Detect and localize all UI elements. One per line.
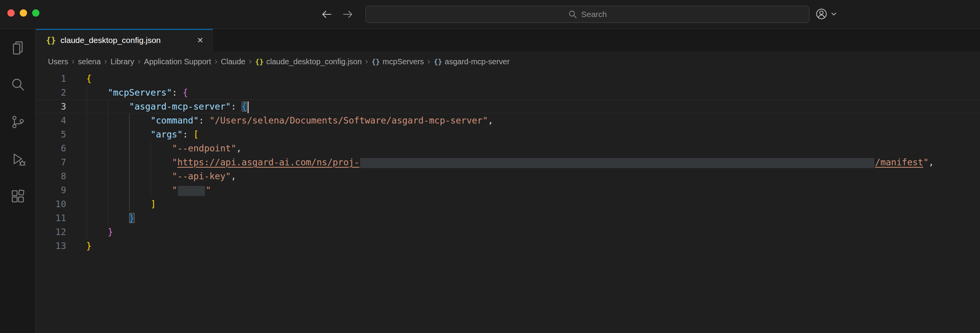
line-number: 5 bbox=[36, 127, 86, 141]
sidebar-item-search[interactable] bbox=[0, 66, 35, 103]
breadcrumb-separator-icon: › bbox=[427, 58, 430, 65]
code-text: "mcpServers": { bbox=[86, 86, 980, 100]
line-number: 4 bbox=[36, 113, 86, 127]
sidebar-item-explorer[interactable] bbox=[0, 29, 35, 66]
code-line[interactable]: 9 "" bbox=[36, 183, 980, 197]
back-button[interactable] bbox=[319, 7, 333, 21]
text-cursor bbox=[248, 101, 249, 113]
tab-claude-desktop-config[interactable]: {} claude_desktop_config.json ✕ bbox=[36, 29, 213, 51]
code-text: "args": [ bbox=[86, 127, 980, 141]
breadcrumb-item[interactable]: {}claude_desktop_config.json bbox=[255, 57, 362, 66]
history-nav bbox=[319, 7, 355, 21]
code-text: "" bbox=[86, 183, 980, 197]
breadcrumb-item[interactable]: {}asgard-mcp-server bbox=[434, 57, 510, 66]
line-number: 7 bbox=[36, 155, 86, 169]
close-tab-icon[interactable]: ✕ bbox=[195, 35, 205, 46]
forward-arrow-icon bbox=[341, 8, 355, 21]
code-text: "https://api.asgard-ai.com/ns/proj-/mani… bbox=[86, 155, 980, 169]
breadcrumb-separator-icon: › bbox=[104, 58, 107, 65]
code-text: "--api-key", bbox=[86, 169, 980, 183]
line-number: 13 bbox=[36, 239, 86, 253]
minimize-window-button[interactable] bbox=[20, 9, 27, 17]
breadcrumb-label: Users bbox=[48, 57, 68, 66]
search-sidebar-icon bbox=[10, 77, 26, 93]
activity-bar bbox=[0, 29, 36, 333]
breadcrumb-label: Claude bbox=[221, 57, 245, 66]
code-line[interactable]: 4 "command": "/Users/selena/Documents/So… bbox=[36, 113, 980, 127]
breadcrumb-separator-icon: › bbox=[249, 58, 251, 65]
line-number: 1 bbox=[36, 72, 86, 86]
vscode-window: Search {} claude_desktop_config.json bbox=[0, 0, 980, 333]
source-control-icon bbox=[10, 114, 26, 130]
line-number: 3 bbox=[36, 100, 86, 113]
json-file-icon: {} bbox=[255, 58, 264, 66]
breadcrumb: Users›selena›Library›Application Support… bbox=[36, 51, 980, 72]
code-text: { bbox=[86, 72, 980, 86]
breadcrumb-label: Application Support bbox=[144, 57, 211, 66]
breadcrumb-item[interactable]: Library bbox=[111, 57, 134, 66]
code-area[interactable]: 1{2 "mcpServers": {3 "asgard-mcp-server"… bbox=[36, 72, 980, 333]
editor-group: {} claude_desktop_config.json ✕ Users›se… bbox=[36, 29, 980, 333]
breadcrumb-item[interactable]: Application Support bbox=[144, 57, 211, 66]
line-number: 10 bbox=[36, 197, 86, 211]
code-text: ] bbox=[86, 197, 980, 211]
breadcrumb-label: mcpServers bbox=[382, 57, 424, 66]
sidebar-item-source-control[interactable] bbox=[0, 103, 35, 141]
json-file-icon: {} bbox=[46, 36, 56, 45]
breadcrumb-separator-icon: › bbox=[215, 58, 217, 65]
sidebar-item-extensions[interactable] bbox=[0, 178, 35, 215]
redaction-box bbox=[360, 158, 874, 168]
breadcrumb-label: claude_desktop_config.json bbox=[266, 57, 362, 66]
redaction-box bbox=[178, 186, 205, 196]
code-text: "asgard-mcp-server": { bbox=[86, 100, 980, 113]
breadcrumb-separator-icon: › bbox=[72, 58, 74, 65]
forward-button[interactable] bbox=[341, 7, 355, 21]
code-line[interactable]: 3 "asgard-mcp-server": { bbox=[36, 100, 980, 113]
search-placeholder: Search bbox=[581, 10, 607, 19]
run-debug-icon bbox=[10, 151, 26, 167]
sidebar-item-run-debug[interactable] bbox=[0, 141, 35, 178]
code-line[interactable]: 12 } bbox=[36, 225, 980, 239]
code-line[interactable]: 2 "mcpServers": { bbox=[36, 86, 980, 100]
breadcrumb-item[interactable]: {}mcpServers bbox=[372, 57, 424, 66]
code-text: } bbox=[86, 211, 980, 225]
code-line[interactable]: 1{ bbox=[36, 72, 980, 86]
extensions-icon bbox=[10, 189, 26, 204]
breadcrumb-item[interactable]: selena bbox=[78, 57, 101, 66]
close-window-button[interactable] bbox=[7, 9, 15, 17]
breadcrumb-separator-icon: › bbox=[138, 58, 140, 65]
search-command-center[interactable]: Search bbox=[365, 6, 809, 23]
line-number: 2 bbox=[36, 86, 86, 100]
account-icon bbox=[815, 8, 828, 20]
breadcrumb-item[interactable]: Users bbox=[48, 57, 68, 66]
back-arrow-icon bbox=[320, 8, 333, 21]
code-line[interactable]: 6 "--endpoint", bbox=[36, 141, 980, 155]
line-number: 9 bbox=[36, 183, 86, 197]
line-number: 6 bbox=[36, 141, 86, 155]
tab-bar: {} claude_desktop_config.json ✕ bbox=[36, 29, 980, 51]
code-text: } bbox=[86, 225, 980, 239]
code-line[interactable]: 13} bbox=[36, 239, 980, 253]
line-number: 8 bbox=[36, 169, 86, 183]
search-icon bbox=[568, 10, 577, 19]
chevron-down-icon bbox=[830, 10, 837, 17]
breadcrumb-label: asgard-mcp-server bbox=[445, 57, 510, 66]
code-text: } bbox=[86, 239, 980, 253]
code-line[interactable]: 7 "https://api.asgard-ai.com/ns/proj-/ma… bbox=[36, 155, 980, 169]
zoom-window-button[interactable] bbox=[32, 9, 39, 17]
line-number: 11 bbox=[36, 211, 86, 225]
line-number: 12 bbox=[36, 225, 86, 239]
object-symbol-icon: {} bbox=[434, 58, 442, 66]
breadcrumb-item[interactable]: Claude bbox=[221, 57, 245, 66]
code-line[interactable]: 5 "args": [ bbox=[36, 127, 980, 141]
title-bar: Search bbox=[0, 0, 980, 29]
code-line[interactable]: 11 } bbox=[36, 211, 980, 225]
code-line[interactable]: 8 "--api-key", bbox=[36, 169, 980, 183]
code-text: "command": "/Users/selena/Documents/Soft… bbox=[86, 113, 980, 127]
breadcrumb-label: selena bbox=[78, 57, 101, 66]
object-symbol-icon: {} bbox=[372, 58, 380, 66]
code-line[interactable]: 10 ] bbox=[36, 197, 980, 211]
account-menu[interactable] bbox=[815, 8, 837, 20]
window-controls bbox=[7, 9, 39, 17]
breadcrumb-label: Library bbox=[111, 57, 134, 66]
